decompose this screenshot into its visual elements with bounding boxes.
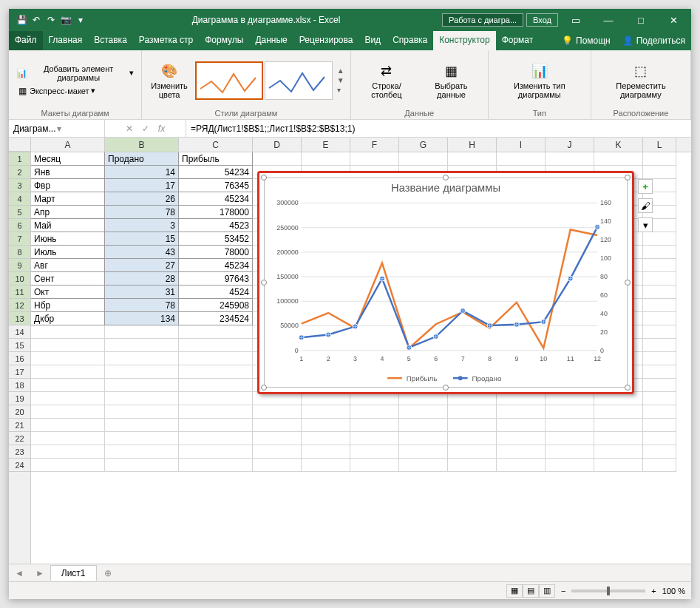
cell[interactable]: [179, 379, 253, 392]
worksheet-grid[interactable]: 123456789101112131415161718192021222324 …: [9, 152, 691, 564]
add-chart-element-button[interactable]: 📊Добавить элемент диаграммы▾: [15, 64, 135, 83]
row-header[interactable]: 18: [9, 379, 30, 392]
cell[interactable]: [31, 405, 105, 419]
cell[interactable]: [253, 445, 302, 459]
cell[interactable]: [105, 432, 179, 445]
cell[interactable]: [179, 365, 253, 379]
save-icon[interactable]: 💾: [16, 15, 27, 25]
cell[interactable]: [105, 339, 179, 352]
cell[interactable]: 97643: [179, 272, 253, 286]
cell[interactable]: [643, 286, 676, 299]
camera-icon[interactable]: 📷: [61, 15, 71, 25]
tab-page-layout[interactable]: Разметка стр: [133, 31, 199, 50]
cell[interactable]: [302, 445, 350, 459]
cell[interactable]: [546, 152, 594, 166]
col-header-k[interactable]: K: [594, 138, 643, 152]
qat-dropdown-icon[interactable]: ▾: [75, 15, 86, 25]
cell[interactable]: [643, 352, 676, 365]
cell[interactable]: [546, 405, 594, 419]
cell[interactable]: [105, 352, 179, 365]
cell[interactable]: [105, 325, 179, 339]
gallery-up-icon[interactable]: ▲: [337, 67, 344, 75]
tab-data[interactable]: Данные: [249, 31, 293, 50]
row-header[interactable]: 12: [9, 299, 30, 312]
cell[interactable]: [179, 392, 253, 405]
cell[interactable]: [594, 405, 643, 419]
cell[interactable]: Май: [31, 219, 105, 232]
tab-home[interactable]: Главная: [43, 31, 89, 50]
change-colors-button[interactable]: 🎨Изменить цвета: [148, 61, 191, 101]
maximize-icon[interactable]: □: [626, 9, 656, 31]
cell[interactable]: [643, 419, 676, 432]
row-header[interactable]: 6: [9, 219, 30, 232]
row-header[interactable]: 5: [9, 206, 30, 219]
col-header-j[interactable]: J: [546, 138, 594, 152]
chart-style-gallery[interactable]: [195, 61, 333, 100]
cell[interactable]: [643, 312, 676, 325]
cell[interactable]: [497, 152, 546, 166]
cell[interactable]: [179, 405, 253, 419]
gallery-more-icon[interactable]: ▾: [337, 86, 344, 94]
cell[interactable]: [497, 419, 546, 432]
cell[interactable]: [31, 432, 105, 445]
zoom-slider[interactable]: [571, 590, 645, 592]
select-all-corner[interactable]: [9, 138, 31, 152]
cell[interactable]: [643, 379, 676, 392]
cell[interactable]: [350, 432, 399, 445]
row-header[interactable]: 13: [9, 312, 30, 325]
cell[interactable]: [105, 419, 179, 432]
cell[interactable]: [643, 392, 676, 405]
cell[interactable]: [31, 365, 105, 379]
cell[interactable]: [643, 405, 676, 419]
cell[interactable]: 76345: [179, 179, 253, 192]
cell[interactable]: [253, 152, 302, 166]
undo-icon[interactable]: ↶: [31, 15, 41, 25]
cell[interactable]: 3: [105, 219, 179, 232]
cell[interactable]: 26: [105, 192, 179, 206]
cell[interactable]: [105, 392, 179, 405]
cell[interactable]: [302, 405, 350, 419]
cell[interactable]: Нбр: [31, 299, 105, 312]
chart-filters-button[interactable]: ▾: [638, 217, 653, 232]
cell[interactable]: [546, 419, 594, 432]
cell[interactable]: [643, 339, 676, 352]
cell[interactable]: [105, 405, 179, 419]
select-data-button[interactable]: ▦Выбрать данные: [421, 61, 481, 101]
name-box[interactable]: Диаграм...▾: [9, 120, 105, 137]
cell[interactable]: 234524: [179, 312, 253, 325]
cell[interactable]: 4523: [179, 219, 253, 232]
ribbon-options-icon[interactable]: ▭: [561, 9, 591, 31]
cell[interactable]: 78: [105, 206, 179, 219]
row-header[interactable]: 3: [9, 179, 30, 192]
row-header[interactable]: 8: [9, 246, 30, 259]
cell[interactable]: [31, 459, 105, 472]
chart-style-1[interactable]: [195, 61, 263, 100]
row-header[interactable]: 23: [9, 445, 30, 459]
fx-icon[interactable]: fx: [158, 124, 165, 134]
gallery-down-icon[interactable]: ▼: [337, 76, 344, 84]
col-header-f[interactable]: F: [350, 138, 399, 152]
chevron-down-icon[interactable]: ▾: [57, 124, 101, 134]
chart-styles-button[interactable]: 🖌: [638, 198, 653, 213]
cell[interactable]: Дкбр: [31, 312, 105, 325]
cell[interactable]: [31, 392, 105, 405]
cell[interactable]: 4524: [179, 286, 253, 299]
cell[interactable]: Прибыль: [179, 152, 253, 166]
login-button[interactable]: Вход: [526, 13, 558, 27]
row-header[interactable]: 2: [9, 166, 30, 179]
row-header[interactable]: 21: [9, 419, 30, 432]
cell[interactable]: [546, 459, 594, 472]
sheet-nav-next-icon[interactable]: ►: [30, 568, 50, 578]
close-icon[interactable]: ✕: [659, 9, 688, 31]
quick-layout-button[interactable]: ▦Экспресс-макет▾: [15, 84, 135, 98]
cell[interactable]: [31, 339, 105, 352]
cell[interactable]: [31, 325, 105, 339]
cell[interactable]: [253, 405, 302, 419]
page-break-view-icon[interactable]: ▥: [539, 584, 555, 598]
cell[interactable]: [179, 419, 253, 432]
cell[interactable]: [448, 432, 497, 445]
cell[interactable]: [350, 459, 399, 472]
cell[interactable]: [594, 459, 643, 472]
cell[interactable]: Март: [31, 192, 105, 206]
cell[interactable]: 14: [105, 166, 179, 179]
